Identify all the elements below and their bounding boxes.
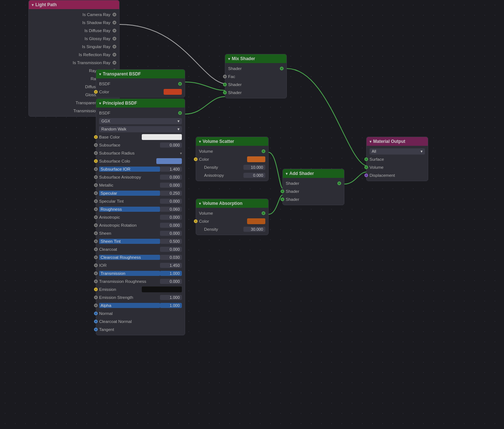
metallic-row: Metallic 0.000: [96, 181, 185, 189]
material-target-row[interactable]: All ▾: [367, 147, 428, 155]
vs-color-label: Color: [199, 157, 246, 161]
transmission-roughness-value[interactable]: 0.000: [160, 279, 182, 284]
anisotropic-row: Anisotropic 0.000: [96, 213, 185, 221]
transparent-bsdf-title: Transparent BSDF: [103, 71, 141, 77]
volume-scatter-node[interactable]: ▾ Volume Scatter Volume Color Density 10…: [196, 137, 269, 181]
add-shader-output-label: Shader: [286, 181, 335, 186]
alpha-value[interactable]: 1.000: [160, 303, 182, 308]
distribution-row[interactable]: GGX ▾: [96, 117, 185, 125]
add-shader-header: ▾ Add Shader: [283, 169, 344, 178]
transmission-socket: [94, 272, 98, 275]
vs-anisotropy-value[interactable]: 0.000: [243, 173, 265, 178]
specular-value[interactable]: 0.250: [160, 191, 182, 196]
ior-row: IOR 1.450: [96, 261, 185, 269]
roughness-value[interactable]: 0.060: [160, 207, 182, 212]
va-density-value[interactable]: 30.000: [243, 227, 265, 232]
emission-strength-value[interactable]: 1.000: [160, 295, 182, 300]
material-output-node[interactable]: ▾ Material Output All ▾ Surface Volume D…: [366, 137, 428, 181]
clearcoat-socket: [94, 247, 98, 251]
specular-socket: [94, 191, 98, 195]
vs-density-row: Density 10.000: [196, 163, 268, 171]
normal-socket: [94, 312, 98, 315]
material-target-dropdown[interactable]: All ▾: [370, 148, 425, 155]
sheen-socket: [94, 231, 98, 235]
transmission-label: Transmission: [99, 271, 160, 276]
distribution-label: GGX: [101, 119, 110, 123]
chevron-down-icon2: ▾: [180, 151, 182, 155]
va-volume-output-row: Volume: [196, 209, 268, 217]
specular-tint-value[interactable]: 0.000: [160, 199, 182, 204]
volume-absorption-body: Volume Color Density 30.000: [196, 208, 268, 235]
subsurface-color-swatch[interactable]: [156, 158, 182, 164]
distribution-dropdown[interactable]: GGX ▾: [99, 118, 182, 124]
list-item: Is Transmission Ray: [29, 59, 119, 67]
subsurface-method-row[interactable]: Random Walk ▾: [96, 125, 185, 133]
aniso-rotation-value[interactable]: 0.000: [160, 223, 182, 228]
clearcoat-normal-row: Clearcoat Normal: [96, 317, 185, 325]
chevron-icon: ▾: [199, 202, 201, 206]
mix-shader-node[interactable]: ▾ Mix Shader Shader Fac Shader Shader: [225, 54, 287, 98]
list-item: Is Shadow Ray: [29, 19, 119, 27]
sheen-tint-value[interactable]: 0.500: [160, 239, 182, 244]
is-diffuse-ray-socket: [113, 29, 116, 32]
color-swatch[interactable]: [164, 89, 182, 95]
clearcoat-value[interactable]: 0.000: [160, 247, 182, 252]
vs-color-swatch[interactable]: [247, 156, 265, 162]
base-color-swatch[interactable]: [142, 134, 182, 140]
add-shader-body: Shader Shader Shader: [283, 178, 344, 205]
is-transmission-ray-label: Is Transmission Ray: [73, 61, 110, 65]
is-glossy-ray-label: Is Glossy Ray: [85, 36, 110, 41]
subsurface-color-label: Subsurface Colo: [99, 159, 156, 163]
emission-swatch[interactable]: [142, 286, 182, 292]
fac-socket: [223, 75, 227, 78]
tangent-row: Tangent: [96, 325, 185, 334]
fac-row: Fac: [225, 73, 286, 81]
metallic-value[interactable]: 0.000: [160, 183, 182, 188]
tangent-socket: [94, 328, 98, 331]
chevron-icon: ▾: [99, 72, 101, 76]
va-density-label: Density: [204, 227, 243, 231]
sheen-value[interactable]: 0.000: [160, 231, 182, 236]
subsurface-dropdown[interactable]: Random Walk ▾: [99, 126, 182, 132]
volume-absorption-node[interactable]: ▾ Volume Absorption Volume Color Density…: [196, 199, 269, 235]
subsurface-aniso-label: Subsurface Anisotropy: [99, 175, 160, 179]
is-transmission-ray-socket: [113, 61, 116, 65]
subsurface-ior-value[interactable]: 1.400: [160, 167, 182, 172]
vs-density-value[interactable]: 10.000: [243, 165, 265, 170]
anisotropic-value[interactable]: 0.000: [160, 215, 182, 220]
chevron-down-icon: ▾: [421, 149, 423, 154]
subsurface-aniso-value[interactable]: 0.000: [160, 175, 182, 180]
principled-bsdf-node[interactable]: ▾ Principled BSDF BSDF GGX ▾ Random Walk…: [96, 98, 185, 335]
transparent-bsdf-node[interactable]: ▾ Transparent BSDF BSDF Color: [96, 69, 185, 98]
bsdf-output-row: BSDF: [96, 80, 185, 88]
subsurface-value[interactable]: 0.000: [160, 143, 182, 148]
chevron-icon: ▾: [32, 3, 34, 7]
add-shader2-socket: [281, 198, 284, 201]
transmission-value[interactable]: 1.000: [160, 271, 182, 276]
subsurface-method-label: Random Walk: [101, 127, 126, 131]
principled-bsdf-body: BSDF GGX ▾ Random Walk ▾ Base Color Subs: [96, 108, 185, 335]
anisotropic-label: Anisotropic: [99, 215, 160, 219]
ior-value[interactable]: 1.450: [160, 263, 182, 268]
va-color-label: Color: [199, 219, 246, 223]
va-volume-output-label: Volume: [199, 211, 259, 215]
volume-scatter-header: ▾ Volume Scatter: [196, 137, 268, 146]
emission-strength-row: Emission Strength 1.000: [96, 293, 185, 301]
specular-label: Specular: [99, 191, 160, 196]
sheen-row: Sheen 0.000: [96, 229, 185, 237]
subsurface-anisotropy-row: Subsurface Anisotropy 0.000: [96, 173, 185, 181]
material-target-label: All: [372, 149, 376, 153]
principled-bsdf-title: Principled BSDF: [103, 101, 137, 106]
shader-output-socket: [280, 67, 284, 70]
displacement-label: Displacement: [370, 173, 395, 178]
displacement-row: Displacement: [367, 171, 428, 179]
shader1-row: Shader: [225, 81, 286, 89]
light-path-title: Light Path: [35, 2, 57, 7]
shader2-socket: [223, 91, 227, 94]
add-shader-node[interactable]: ▾ Add Shader Shader Shader Shader: [282, 169, 344, 205]
transmission-roughness-socket: [94, 280, 98, 283]
clearcoat-roughness-value[interactable]: 0.030: [160, 255, 182, 260]
va-color-swatch[interactable]: [247, 218, 265, 224]
volume-output-row: Volume: [196, 147, 268, 155]
list-item: Is Reflection Ray: [29, 51, 119, 59]
